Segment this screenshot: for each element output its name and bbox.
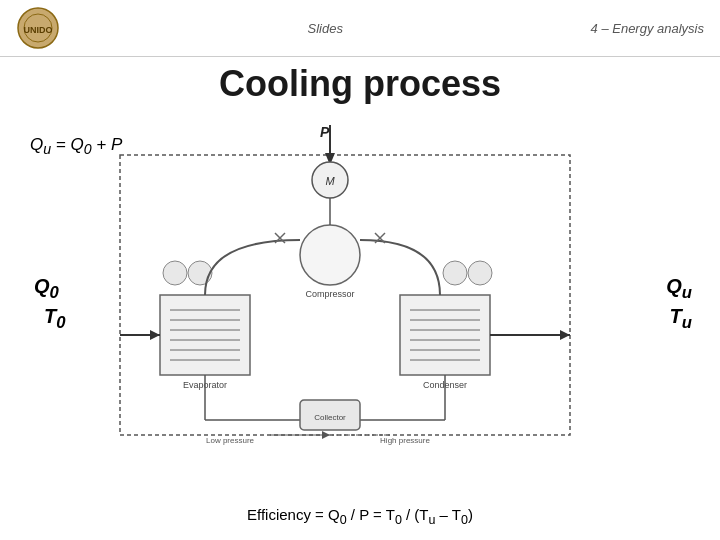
svg-text:UNIDO: UNIDO	[24, 25, 53, 35]
svg-point-28	[163, 261, 187, 285]
label-to: T0	[44, 305, 65, 333]
svg-text:Compressor: Compressor	[305, 289, 354, 299]
svg-point-30	[443, 261, 467, 285]
svg-point-29	[188, 261, 212, 285]
svg-text:High pressure: High pressure	[380, 436, 430, 445]
label-qu: Qu	[666, 275, 692, 303]
svg-point-9	[300, 225, 360, 285]
svg-text:M: M	[325, 175, 335, 187]
logo-icon: UNIDO	[16, 6, 60, 50]
svg-point-31	[468, 261, 492, 285]
title-area: Cooling process	[0, 63, 720, 105]
section-label: 4 – Energy analysis	[591, 21, 704, 36]
label-qo: Q0	[34, 275, 59, 303]
header: UNIDO Slides 4 – Energy analysis	[0, 0, 720, 57]
content-area: Qu = Q0 + P Q0 T0 Qu Tu P M Compressor E…	[0, 105, 720, 535]
svg-rect-20	[400, 295, 490, 375]
cooling-diagram: P M Compressor Evaporator Condenser	[100, 125, 590, 485]
svg-marker-46	[560, 330, 570, 340]
efficiency-formula: Efficiency = Q0 / P = T0 / (Tu – T0)	[0, 506, 720, 527]
svg-marker-44	[150, 330, 160, 340]
slides-label: Slides	[308, 21, 343, 36]
svg-text:Low pressure: Low pressure	[206, 436, 255, 445]
svg-rect-12	[160, 295, 250, 375]
svg-text:P: P	[320, 125, 330, 140]
label-tu: Tu	[670, 305, 692, 333]
svg-text:Collector: Collector	[314, 413, 346, 422]
main-title: Cooling process	[219, 63, 501, 104]
svg-marker-41	[322, 431, 330, 439]
